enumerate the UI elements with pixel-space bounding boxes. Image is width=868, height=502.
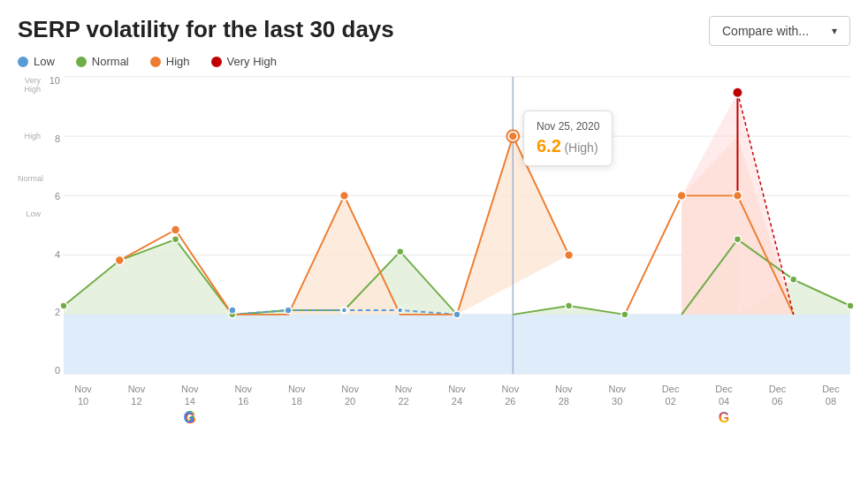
blue-dot-nov20 xyxy=(341,308,346,313)
orange-dot-dec02 xyxy=(677,191,686,200)
x-label-nov20: Nov20 xyxy=(331,383,369,408)
green-dot-dec06b xyxy=(790,276,797,283)
low-fill-polygon xyxy=(64,315,850,374)
low-dot xyxy=(18,57,28,67)
legend-low-label: Low xyxy=(34,55,55,68)
y-section-high: High xyxy=(18,132,41,141)
blue-dot-nov22 xyxy=(398,308,403,313)
y-label-6: 6 xyxy=(55,191,60,202)
legend-very-high: Very High xyxy=(211,55,277,68)
green-dot-dec06 xyxy=(734,236,741,243)
legend-high-label: High xyxy=(166,55,190,68)
orange-dot-nov18 xyxy=(339,191,348,200)
google-icon-1: G xyxy=(185,409,195,428)
orange-dot-nov13 xyxy=(171,225,180,234)
y-label-4: 4 xyxy=(55,249,60,260)
y-section-normal: Normal xyxy=(18,174,41,183)
green-dot-nov10 xyxy=(60,302,67,309)
x-label-nov26: Nov26 xyxy=(491,383,529,408)
y-label-2: 2 xyxy=(55,307,60,317)
legend-normal-label: Normal xyxy=(92,55,129,68)
x-label-nov28: Nov28 xyxy=(544,383,583,408)
green-dot-nov20 xyxy=(397,248,404,255)
normal-dot xyxy=(76,57,87,67)
green-dot-dec08 xyxy=(847,302,854,309)
y-label-10: 10 xyxy=(49,75,60,86)
x-label-nov14: Nov14 G xyxy=(171,383,209,408)
y-section-very-high: VeryHigh xyxy=(18,77,41,95)
x-label-dec08: Dec08 xyxy=(811,383,850,408)
x-label-dec04: Dec04 G xyxy=(704,383,743,408)
google-icon-2: G xyxy=(719,409,729,428)
x-label-nov30: Nov30 xyxy=(598,383,636,408)
x-label-nov22: Nov22 xyxy=(385,383,423,408)
orange-dot-nov25 xyxy=(508,132,517,141)
red-dot-dec04 xyxy=(733,87,743,98)
legend-high: High xyxy=(150,55,190,68)
compare-button[interactable]: Compare with... ▾ xyxy=(709,16,850,46)
chart-legend: Low Normal High Very High xyxy=(18,55,850,68)
legend-very-high-label: Very High xyxy=(227,55,277,68)
blue-dot-nov18 xyxy=(285,307,292,314)
x-label-dec06: Dec06 xyxy=(758,383,796,408)
y-label-8: 8 xyxy=(55,133,60,144)
orange-dot-nov26b xyxy=(565,251,574,260)
orange-dot-nov12 xyxy=(115,256,124,265)
orange-dot-dec04 xyxy=(733,191,742,200)
x-label-nov18: Nov18 xyxy=(278,383,316,408)
legend-normal: Normal xyxy=(76,55,129,68)
legend-low: Low xyxy=(18,55,55,68)
x-label-nov16: Nov16 xyxy=(224,383,263,408)
page-title: SERP volatility for the last 30 days xyxy=(18,16,394,43)
x-label-nov24: Nov24 xyxy=(438,383,476,408)
very-high-dot xyxy=(211,57,222,67)
y-label-0: 0 xyxy=(55,365,60,376)
blue-dot-nov24 xyxy=(453,311,461,318)
x-label-nov12: Nov12 xyxy=(117,383,156,408)
chevron-down-icon: ▾ xyxy=(832,25,837,37)
green-dot-nov26 xyxy=(566,302,573,309)
page-header: SERP volatility for the last 30 days Com… xyxy=(18,16,850,46)
high-dot xyxy=(150,57,161,67)
blue-dot-nov16 xyxy=(229,307,236,314)
x-label-nov10: Nov10 xyxy=(64,383,103,408)
x-label-dec02: Dec02 xyxy=(651,383,690,408)
green-dot-nov14 xyxy=(172,236,179,243)
y-section-low: Low xyxy=(18,209,41,218)
compare-label: Compare with... xyxy=(722,24,809,38)
main-chart xyxy=(64,75,850,376)
green-dot-nov28 xyxy=(621,311,628,318)
